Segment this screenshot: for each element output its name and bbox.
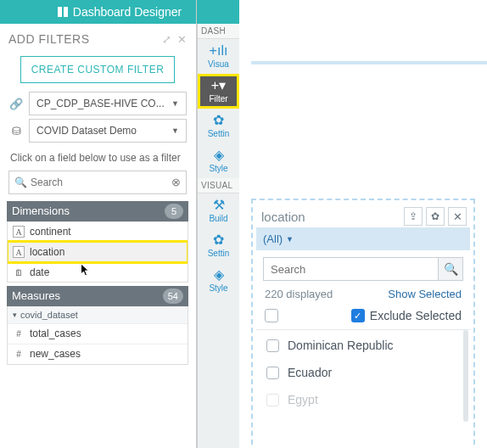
dimensions-label: Dimensions bbox=[12, 204, 70, 217]
dimensions-section[interactable]: Dimensions 5 bbox=[7, 201, 188, 221]
group-label: covid_dataset bbox=[20, 310, 78, 320]
tab-label: Visua bbox=[208, 59, 229, 69]
app-title: Dashboard Designer bbox=[73, 0, 182, 24]
filter-values-list[interactable]: Dominican Republic Ecuador Egypt bbox=[256, 330, 470, 422]
field-label: continent bbox=[30, 226, 71, 238]
hint-text: Click on a field below to use as a filte… bbox=[10, 151, 185, 165]
search-button[interactable]: 🔍 bbox=[438, 257, 463, 281]
style-icon: ◈ bbox=[198, 148, 239, 162]
visuals-icon: +ılı bbox=[198, 44, 239, 58]
add-filters-panel: ADD FILTERS ⤢ ✕ CREATE CUSTOM FILTER 🔗 C… bbox=[0, 24, 195, 448]
upload-icon[interactable]: ⇪ bbox=[404, 207, 423, 226]
filter-all-dropdown[interactable]: (All) ▼ bbox=[256, 227, 470, 250]
tab-label: Style bbox=[209, 283, 227, 293]
cursor-icon bbox=[81, 264, 92, 277]
settings-icon: ✿ bbox=[198, 233, 239, 247]
field-location[interactable]: A location bbox=[8, 242, 188, 262]
connection-value: CP_CDP_BASE-HIVE CO... bbox=[36, 98, 165, 109]
tabs-header-visual: VISUAL bbox=[198, 178, 239, 193]
field-continent[interactable]: A continent bbox=[8, 221, 188, 242]
dataset-value: COVID Dataset Demo bbox=[36, 125, 137, 137]
chevron-down-icon: ▼ bbox=[286, 235, 294, 244]
tab-visuals[interactable]: +ılı Visua bbox=[198, 39, 239, 74]
filter-value-item[interactable]: Egypt bbox=[256, 386, 470, 413]
field-search-input[interactable] bbox=[31, 176, 171, 188]
dataset-icon: ⛁ bbox=[8, 125, 24, 137]
tab-build[interactable]: ⚒ Build bbox=[198, 193, 239, 228]
clear-search-icon[interactable]: ⊗ bbox=[171, 176, 181, 188]
dataset-dropdown[interactable]: COVID Dataset Demo ▼ bbox=[29, 119, 187, 143]
text-type-icon: A bbox=[13, 226, 25, 238]
field-label: location bbox=[30, 246, 64, 258]
field-label: new_cases bbox=[30, 348, 81, 360]
dashboard-icon bbox=[58, 7, 68, 17]
right-tabs: DASH +ılı Visua +▾ Filter ✿ Settin ◈ Sty… bbox=[197, 24, 239, 448]
item-checkbox[interactable] bbox=[266, 367, 279, 379]
item-label: Egypt bbox=[288, 393, 318, 406]
add-filters-title: ADD FILTERS bbox=[8, 32, 89, 46]
tab-filters[interactable]: +▾ Filter bbox=[198, 74, 239, 109]
item-label: Ecuador bbox=[288, 366, 332, 379]
field-search[interactable]: 🔍 ⊗ bbox=[8, 171, 187, 194]
dimensions-count: 5 bbox=[165, 204, 183, 219]
text-type-icon: A bbox=[13, 246, 25, 258]
measures-count: 54 bbox=[163, 288, 183, 304]
close-icon[interactable]: ✕ bbox=[177, 33, 188, 46]
tab-vsettings[interactable]: ✿ Settin bbox=[198, 228, 239, 263]
measure-group[interactable]: ▾ covid_dataset bbox=[8, 306, 188, 323]
field-total-cases[interactable]: # total_cases bbox=[8, 323, 188, 344]
create-custom-filter-button[interactable]: CREATE CUSTOM FILTER bbox=[20, 56, 176, 83]
filter-title: location bbox=[261, 210, 305, 224]
measures-section[interactable]: Measures 54 bbox=[7, 286, 188, 306]
field-label: total_cases bbox=[30, 328, 81, 339]
add-filters-header: ADD FILTERS ⤢ ✕ bbox=[7, 24, 188, 51]
field-new-cases[interactable]: # new_cases bbox=[8, 344, 188, 364]
item-checkbox[interactable] bbox=[266, 339, 279, 352]
exclude-label: Exclude Selected bbox=[370, 309, 462, 322]
item-label: Dominican Republic bbox=[288, 339, 394, 352]
measures-list: ▾ covid_dataset # total_cases # new_case… bbox=[7, 306, 188, 365]
close-icon[interactable]: ✕ bbox=[448, 207, 467, 226]
gear-icon[interactable]: ✿ bbox=[426, 207, 445, 226]
tab-settings[interactable]: ✿ Settin bbox=[198, 109, 239, 143]
exclude-checkbox[interactable]: ✓ bbox=[351, 309, 365, 322]
tab-label: Filter bbox=[209, 94, 227, 104]
decorative-strip bbox=[251, 61, 487, 64]
tab-vstyle[interactable]: ◈ Style bbox=[198, 263, 239, 298]
date-type-icon: 🗓 bbox=[13, 266, 25, 278]
tab-label: Style bbox=[209, 164, 227, 173]
show-selected-link[interactable]: Show Selected bbox=[388, 288, 462, 300]
link-icon: 🔗 bbox=[8, 98, 24, 110]
connection-dropdown[interactable]: CP_CDP_BASE-HIVE CO... ▼ bbox=[29, 92, 187, 115]
item-checkbox[interactable] bbox=[266, 394, 279, 406]
number-type-icon: # bbox=[13, 328, 25, 339]
search-icon: 🔍 bbox=[14, 176, 27, 188]
filter-value-item[interactable]: Dominican Republic bbox=[256, 332, 470, 359]
dimensions-list: A continent A location 🗓 date bbox=[7, 221, 188, 283]
filter-search-input[interactable] bbox=[263, 257, 438, 281]
tab-label: Settin bbox=[208, 249, 230, 258]
displayed-count: 220 displayed bbox=[265, 288, 333, 300]
chevron-down-icon: ▼ bbox=[171, 99, 179, 108]
expand-icon[interactable]: ⤢ bbox=[162, 33, 172, 46]
select-all-checkbox[interactable] bbox=[265, 309, 278, 322]
tab-label: Build bbox=[209, 214, 227, 223]
tabs-header-dash: DASH bbox=[198, 24, 239, 39]
title-bar: Dashboard Designer bbox=[0, 0, 239, 24]
style-icon: ◈ bbox=[198, 268, 239, 282]
field-date[interactable]: 🗓 date bbox=[8, 262, 188, 283]
tab-style[interactable]: ◈ Style bbox=[198, 143, 239, 178]
measures-label: Measures bbox=[12, 289, 60, 302]
settings-icon: ✿ bbox=[198, 114, 239, 127]
build-icon: ⚒ bbox=[198, 199, 239, 212]
triangle-down-icon: ▾ bbox=[13, 311, 17, 319]
filter-popup: location ⇪ ✿ ✕ (All) ▼ 🔍 220 displayed S… bbox=[251, 199, 475, 445]
filter-all-label: (All) bbox=[263, 232, 283, 245]
chevron-down-icon: ▼ bbox=[171, 126, 179, 135]
filters-icon: +▾ bbox=[198, 79, 239, 92]
field-label: date bbox=[30, 266, 49, 278]
number-type-icon: # bbox=[13, 348, 25, 360]
tab-label: Settin bbox=[208, 129, 230, 138]
filter-value-item[interactable]: Ecuador bbox=[256, 359, 470, 386]
